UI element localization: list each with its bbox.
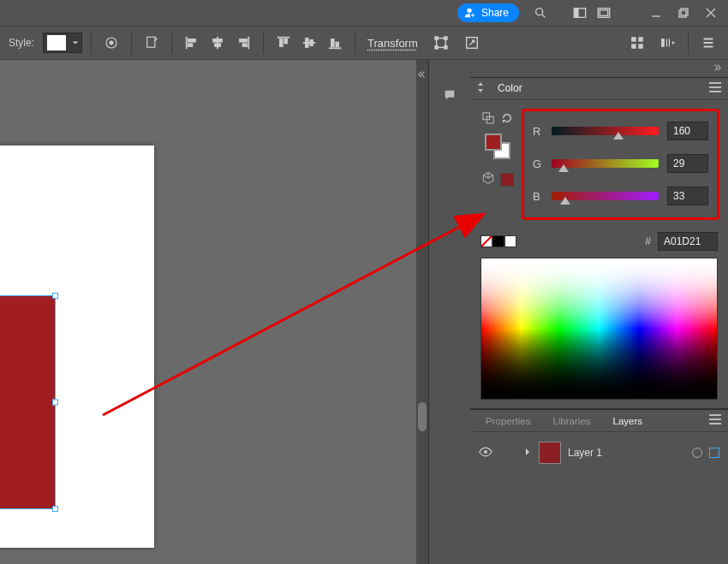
layer-name-label[interactable]: Layer 1: [568, 447, 685, 459]
chevron-down-icon: [72, 39, 79, 46]
fill-settings-button[interactable]: [100, 32, 122, 54]
panel-expand-toggle[interactable]: [713, 62, 721, 74]
white-swatch[interactable]: [504, 235, 516, 247]
list-view-button[interactable]: [697, 32, 719, 54]
layer-disclosure-toggle[interactable]: [523, 447, 532, 459]
svg-point-37: [484, 450, 487, 454]
share-button[interactable]: Share: [457, 3, 519, 22]
layers-panel-menu-button[interactable]: [709, 414, 721, 427]
color-panel-menu-button[interactable]: [709, 82, 721, 95]
svg-rect-19: [284, 39, 288, 44]
green-slider-thumb[interactable]: [558, 164, 569, 172]
color-panel: Color: [470, 77, 728, 408]
green-value-input[interactable]: [667, 154, 708, 173]
sort-icon: [477, 82, 484, 92]
svg-rect-6: [600, 10, 607, 16]
window-minimize-button[interactable]: [644, 3, 668, 22]
panel-drag-handle[interactable]: [477, 82, 484, 95]
red-slider-thumb[interactable]: [613, 132, 624, 140]
align-bottom-icon: [327, 35, 343, 50]
none-swatch[interactable]: [480, 235, 492, 247]
svg-rect-34: [662, 39, 665, 47]
swap-swatches-button[interactable]: [482, 112, 494, 127]
align-vertical-group: [272, 32, 346, 54]
bottom-panel: Properties Libraries Layers Layer 1: [470, 408, 728, 473]
search-button[interactable]: [531, 3, 550, 22]
svg-rect-32: [632, 45, 636, 49]
align-right-button[interactable]: [232, 32, 254, 54]
scrollbar-thumb[interactable]: [418, 402, 427, 431]
layer-row[interactable]: Layer 1: [470, 437, 728, 468]
arrange-grid-button[interactable]: [626, 32, 648, 54]
svg-rect-8: [681, 9, 688, 15]
eye-icon: [479, 447, 492, 457]
color-panel-tab[interactable]: Color: [489, 78, 531, 99]
svg-rect-30: [632, 38, 636, 42]
blue-slider-row: B: [533, 187, 708, 205]
svg-rect-18: [280, 39, 283, 47]
red-value-input[interactable]: [667, 122, 708, 140]
green-slider-track[interactable]: [552, 159, 659, 168]
svg-rect-13: [188, 44, 193, 47]
align-horizontal-group: [181, 32, 254, 54]
cycle-color-button[interactable]: [501, 112, 513, 127]
red-label: R: [533, 125, 543, 138]
style-swatch-dropdown[interactable]: [43, 33, 82, 53]
align-left-button[interactable]: [181, 32, 203, 54]
libraries-tab[interactable]: Libraries: [544, 411, 599, 431]
svg-point-0: [467, 9, 471, 13]
svg-rect-31: [639, 38, 643, 42]
svg-rect-21: [310, 39, 313, 45]
panel-dock-strip: [429, 77, 470, 473]
foreground-color-swatch[interactable]: [485, 134, 502, 151]
panel-left-icon: [573, 6, 587, 20]
workspace-layout-button-1[interactable]: [570, 3, 589, 22]
dock-comments-button[interactable]: [437, 84, 462, 106]
align-top-icon: [276, 35, 291, 50]
align-hcenter-button[interactable]: [206, 32, 229, 54]
selection-handle[interactable]: [52, 293, 58, 299]
svg-point-2: [536, 9, 543, 15]
align-top-button[interactable]: [272, 32, 295, 54]
svg-point-10: [110, 41, 114, 45]
align-bottom-button[interactable]: [324, 32, 346, 54]
properties-tab[interactable]: Properties: [477, 411, 539, 431]
layer-selection-indicator[interactable]: [709, 448, 719, 458]
red-slider-track[interactable]: [552, 127, 659, 135]
distribute-dropdown[interactable]: [657, 32, 679, 54]
workspace-layout-button-2[interactable]: [594, 3, 613, 22]
selected-rectangle-shape[interactable]: [0, 295, 56, 509]
transform-bounds-button[interactable]: [430, 32, 452, 54]
green-label: G: [533, 157, 543, 170]
title-bar: Share: [0, 0, 728, 26]
blue-slider-thumb[interactable]: [560, 197, 570, 205]
svg-rect-4: [574, 9, 578, 18]
shape-orientation-button[interactable]: [140, 32, 163, 54]
canvas-area[interactable]: [0, 60, 416, 564]
selection-handle[interactable]: [52, 400, 58, 406]
hex-value-input[interactable]: [658, 232, 718, 251]
black-swatch[interactable]: [492, 235, 504, 247]
blue-slider-track[interactable]: [552, 192, 659, 200]
color-spectrum-picker[interactable]: [480, 258, 718, 400]
cycle-icon: [501, 112, 513, 124]
cube-icon: [481, 171, 495, 185]
selection-handle[interactable]: [52, 506, 58, 512]
layer-target-indicator[interactable]: [692, 448, 702, 458]
layer-visibility-toggle[interactable]: [479, 447, 492, 460]
window-close-button[interactable]: [699, 3, 723, 22]
foreground-background-swatch[interactable]: [485, 134, 510, 159]
layers-tab[interactable]: Layers: [605, 411, 652, 431]
color-3d-button[interactable]: [481, 171, 495, 187]
align-vcenter-button[interactable]: [298, 32, 320, 54]
left-panel-collapse-toggle[interactable]: [415, 63, 430, 86]
blue-value-input[interactable]: [667, 187, 708, 205]
transform-link[interactable]: Transform: [364, 37, 421, 50]
material-color-swatch[interactable]: [500, 173, 514, 187]
window-maximize-button[interactable]: [671, 3, 695, 22]
share-avatar-icon: [462, 6, 476, 20]
minimize-icon: [651, 8, 661, 18]
canvas-vertical-scrollbar[interactable]: [416, 60, 428, 564]
layer-thumbnail[interactable]: [539, 442, 561, 464]
transform-scale-button[interactable]: [461, 32, 483, 54]
